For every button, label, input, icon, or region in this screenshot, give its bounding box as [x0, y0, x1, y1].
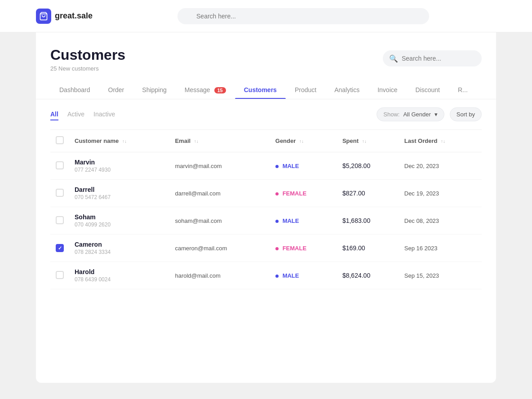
- col-customer-name[interactable]: Customer name ↑↓: [69, 130, 169, 152]
- customer-email: cameron@mail.com: [175, 245, 227, 252]
- customer-email: darrell@mail.com: [175, 190, 220, 197]
- row-spent-cell: $827.00: [337, 180, 399, 207]
- customer-name: Harold: [75, 268, 164, 275]
- row-gender-cell: MALE: [270, 207, 337, 235]
- col-email[interactable]: Email ↑↓: [169, 130, 270, 152]
- customer-gender: MALE: [283, 272, 299, 279]
- main-content: Customers 25 New customers 🔍 Dashboard O…: [36, 32, 496, 383]
- row-checkbox-2[interactable]: [56, 189, 64, 197]
- select-all-checkbox[interactable]: [56, 136, 64, 144]
- row-email-cell: marvin@mail.com: [169, 152, 270, 180]
- row-last-ordered-cell: Sep 15, 2023: [399, 262, 482, 289]
- row-checkbox-5[interactable]: [56, 271, 64, 279]
- row-checkbox-cell[interactable]: [50, 262, 69, 289]
- gender-filter-value: All Gender: [403, 111, 430, 118]
- row-checkbox-cell[interactable]: [50, 180, 69, 207]
- customer-name: Soham: [75, 213, 164, 221]
- row-last-ordered-cell: Dec 20, 2023: [399, 152, 482, 180]
- row-customer-name-cell: Marvin 077 2247 4930: [69, 152, 169, 180]
- row-spent-cell: $5,208.00: [337, 152, 399, 180]
- row-email-cell: darrell@mail.com: [169, 180, 270, 207]
- tab-invoice[interactable]: Invoice: [368, 81, 406, 99]
- customer-name: Darrell: [75, 186, 164, 193]
- row-checkbox-4[interactable]: [56, 244, 64, 252]
- tab-customers[interactable]: Customers: [235, 81, 286, 99]
- customer-table-wrapper: Customer name ↑↓ Email ↑↓ Gender ↑↓ Spen…: [36, 129, 496, 300]
- sort-arrows-gender: ↑↓: [299, 139, 304, 144]
- row-checkbox-cell[interactable]: [50, 152, 69, 180]
- tab-analytics[interactable]: Analytics: [325, 81, 368, 99]
- page-title-area: Customers 25 New customers: [50, 47, 125, 72]
- table-row[interactable]: Marvin 077 2247 4930 marvin@mail.com MAL…: [50, 152, 482, 180]
- customer-email: harold@mail.com: [175, 272, 220, 279]
- customer-gender: FEMALE: [283, 245, 306, 252]
- customer-email: marvin@mail.com: [175, 163, 222, 169]
- row-gender-cell: MALE: [270, 152, 337, 180]
- customer-gender: MALE: [283, 163, 299, 169]
- row-email-cell: soham@mail.com: [169, 207, 270, 235]
- table-row[interactable]: Darrell 070 5472 6467 darrell@mail.com F…: [50, 180, 482, 207]
- tab-shipping[interactable]: Shipping: [133, 81, 176, 99]
- select-all-col[interactable]: [50, 130, 69, 152]
- row-spent-cell: $169.00: [337, 235, 399, 262]
- filter-controls: Show: All Gender ▾ Sort by: [377, 107, 482, 121]
- gender-filter[interactable]: Show: All Gender ▾: [377, 107, 444, 121]
- sort-arrows-email: ↑↓: [194, 139, 199, 144]
- row-spent-cell: $8,624.00: [337, 262, 399, 289]
- app-name: great.sale: [55, 11, 93, 21]
- tab-order[interactable]: Order: [99, 81, 133, 99]
- gender-dot: [275, 192, 279, 195]
- row-email-cell: cameron@mail.com: [169, 235, 270, 262]
- tab-discount[interactable]: Discount: [407, 81, 449, 99]
- row-last-ordered-cell: Sep 16 2023: [399, 235, 482, 262]
- logo[interactable]: great.sale: [36, 9, 93, 24]
- customer-spent: $1,683.00: [342, 217, 370, 224]
- customer-table: Customer name ↑↓ Email ↑↓ Gender ↑↓ Spen…: [50, 129, 482, 289]
- tab-dashboard[interactable]: Dashboard: [50, 81, 99, 99]
- page-subtitle: 25 New customers: [50, 65, 125, 72]
- filter-tab-all[interactable]: All: [50, 109, 58, 120]
- row-checkbox-1[interactable]: [56, 161, 64, 169]
- filter-bar: All Active Inactive Show: All Gender ▾ S…: [36, 99, 496, 129]
- sort-arrows-spent: ↑↓: [362, 139, 367, 144]
- top-search-area: 🔍: [177, 8, 429, 24]
- table-row[interactable]: Soham 070 4099 2620 soham@mail.com MALE …: [50, 207, 482, 235]
- row-checkbox-cell[interactable]: [50, 235, 69, 262]
- tab-message[interactable]: Message 15: [176, 81, 235, 99]
- row-customer-name-cell: Harold 078 6439 0024: [69, 262, 169, 289]
- page-header: Customers 25 New customers 🔍: [36, 32, 496, 72]
- tab-product[interactable]: Product: [286, 81, 325, 99]
- col-gender[interactable]: Gender ↑↓: [270, 130, 337, 152]
- row-customer-name-cell: Cameron 078 2824 3334: [69, 235, 169, 262]
- customer-spent: $169.00: [342, 244, 365, 252]
- top-nav: great.sale 🔍: [0, 0, 532, 32]
- row-checkbox-cell[interactable]: [50, 207, 69, 235]
- table-header-row: Customer name ↑↓ Email ↑↓ Gender ↑↓ Spen…: [50, 130, 482, 152]
- row-customer-name-cell: Soham 070 4099 2620: [69, 207, 169, 235]
- row-customer-name-cell: Darrell 070 5472 6467: [69, 180, 169, 207]
- table-row[interactable]: Cameron 078 2824 3334 cameron@mail.com F…: [50, 235, 482, 262]
- table-row[interactable]: Harold 078 6439 0024 harold@mail.com MAL…: [50, 262, 482, 289]
- customer-phone: 070 5472 6467: [75, 194, 164, 200]
- gender-dot: [275, 275, 279, 278]
- filter-tab-active[interactable]: Active: [67, 109, 84, 120]
- sort-arrows-last-ordered: ↑↓: [441, 139, 445, 144]
- tab-r[interactable]: R...: [449, 81, 477, 99]
- gender-dot: [275, 220, 279, 223]
- customer-email: soham@mail.com: [175, 217, 222, 224]
- filter-tab-inactive[interactable]: Inactive: [93, 109, 115, 120]
- customer-gender: FEMALE: [283, 190, 306, 197]
- customer-last-ordered: Dec 19, 2023: [404, 190, 439, 197]
- top-search-input[interactable]: [177, 8, 429, 24]
- show-label: Show:: [383, 111, 399, 118]
- row-spent-cell: $1,683.00: [337, 207, 399, 235]
- sort-control[interactable]: Sort by: [450, 107, 482, 121]
- row-checkbox-3[interactable]: [56, 216, 64, 224]
- col-spent[interactable]: Spent ↑↓: [337, 130, 399, 152]
- row-gender-cell: FEMALE: [270, 180, 337, 207]
- col-last-ordered[interactable]: Last Orderd ↑↓: [399, 130, 482, 152]
- row-last-ordered-cell: Dec 08, 2023: [399, 207, 482, 235]
- row-email-cell: harold@mail.com: [169, 262, 270, 289]
- customer-last-ordered: Dec 08, 2023: [404, 217, 439, 224]
- customer-phone: 078 6439 0024: [75, 276, 164, 283]
